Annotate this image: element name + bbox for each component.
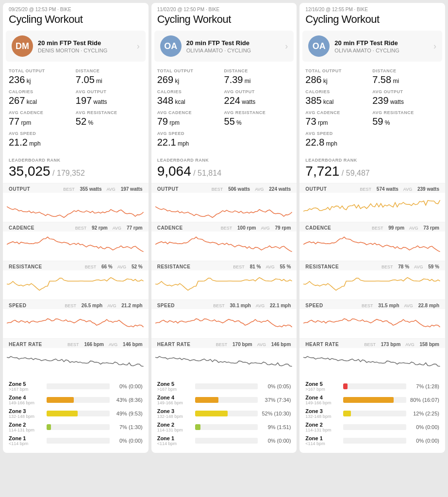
- zone-name: Zone 5: [157, 381, 191, 387]
- zone-row: Zone 3132-148 bpm52% (10:30): [157, 408, 291, 419]
- stat-label: AVG OUTPUT: [76, 89, 143, 94]
- stat-label: AVG SPEED: [157, 131, 291, 136]
- zone-section: Zone 5>167 bpm0% (0:00)Zone 4149-166 bpm…: [3, 377, 149, 453]
- stat-value: 197 watts: [76, 95, 143, 106]
- stat-cell: DISTANCE7.58 mi: [372, 68, 439, 85]
- zone-info: Zone 1<114 bpm: [9, 435, 43, 446]
- stat-label: AVG OUTPUT: [224, 89, 291, 94]
- leaderboard-label: LEADERBOARD RANK: [305, 158, 439, 163]
- ride-name: 20 min FTP Test Ride: [334, 39, 433, 47]
- chevron-right-icon: ›: [137, 41, 140, 51]
- zone-range: <114 bpm: [305, 441, 339, 446]
- zone-name: Zone 2: [9, 422, 43, 428]
- main-page: 09/25/20 @ 12:53 PM · BIKECycling Workou…: [0, 0, 448, 456]
- zone-bar-container: [47, 383, 110, 389]
- instructor-row[interactable]: OA20 min FTP Test RideOLIVIA AMATO · CYC…: [302, 31, 442, 62]
- chart-header: OUTPUTBEST 574 watts AVG 239 watts: [299, 183, 445, 193]
- stat-value: 59 %: [372, 116, 439, 127]
- stat-value: 77 rpm: [9, 116, 76, 127]
- instructor-row[interactable]: DM20 min FTP Test RideDENIS MORTON · CYC…: [6, 31, 146, 62]
- chart-header: SPEEDBEST 30.1 mph AVG 22.1 mph: [151, 300, 297, 309]
- stat-label: AVG CADENCE: [157, 110, 224, 115]
- stat-cell: AVG OUTPUT224 watts: [224, 89, 291, 106]
- chart-section-resistance: RESISTANCEBEST 78 % AVG 59 %: [299, 261, 445, 299]
- stat-label: AVG OUTPUT: [372, 89, 439, 94]
- zone-percent: 0% (0:00): [114, 383, 143, 389]
- zone-name: Zone 4: [305, 395, 339, 400]
- zone-bar: [195, 397, 218, 403]
- chart-title: RESISTANCE: [305, 264, 339, 269]
- stat-cell: CALORIES267 kcal: [9, 89, 76, 106]
- zone-percent: 9% (1:51): [262, 424, 291, 430]
- chart-header: OUTPUTBEST 355 watts AVG 197 watts: [3, 183, 149, 193]
- chart-title: CADENCE: [305, 225, 331, 231]
- zone-name: Zone 2: [157, 422, 191, 428]
- zone-info: Zone 4149-166 bpm: [157, 395, 191, 405]
- stat-label: TOTAL OUTPUT: [157, 68, 224, 73]
- instructor-name: OLIVIA AMATO · CYCLING: [334, 48, 433, 53]
- zone-percent: 37% (7:34): [262, 397, 291, 403]
- stat-label: DISTANCE: [224, 68, 291, 73]
- chart-title: RESISTANCE: [157, 264, 191, 269]
- chart-stats: BEST 66 % AVG 52 %: [81, 264, 143, 269]
- zone-info: Zone 5>167 bpm: [305, 381, 339, 392]
- workout-title: Cycling Workout: [157, 13, 291, 26]
- zone-bar-container: [343, 438, 406, 444]
- zone-info: Zone 3132-148 bpm: [305, 408, 339, 419]
- stat-cell: TOTAL OUTPUT286 kj: [305, 68, 372, 85]
- chart-area: [3, 309, 149, 338]
- stat-value: 79 rpm: [157, 116, 224, 127]
- chart-section-output: OUTPUTBEST 506 watts AVG 224 watts: [151, 183, 297, 222]
- zone-bar-container: [47, 397, 110, 403]
- chevron-right-icon: ›: [433, 41, 436, 51]
- zone-section: Zone 5>167 bpm7% (1:28)Zone 4149-166 bpm…: [299, 377, 445, 453]
- stat-row: AVG SPEED22.1 mph: [157, 131, 291, 148]
- leaderboard-label: LEADERBOARD RANK: [157, 158, 291, 163]
- stat-label: AVG RESISTANCE: [372, 110, 439, 115]
- stat-cell: TOTAL OUTPUT269 kj: [157, 68, 224, 85]
- zone-bar-container: [195, 424, 258, 430]
- zone-bar-container: [343, 424, 406, 430]
- zone-percent: 12% (2:25): [410, 411, 439, 416]
- avatar: OA: [160, 35, 182, 57]
- zone-info: Zone 4149-166 bpm: [305, 395, 339, 405]
- zone-range: >167 bpm: [305, 387, 339, 392]
- chart-stats: BEST 78 % AVG 59 %: [378, 264, 439, 269]
- stat-cell: AVG CADENCE79 rpm: [157, 110, 224, 127]
- stat-row: AVG CADENCE79 rpmAVG RESISTANCE55 %: [157, 110, 291, 127]
- stat-cell: CALORIES348 kcal: [157, 89, 224, 106]
- zone-bar-container: [343, 411, 406, 416]
- leaderboard-rank: 35,025 / 179,352: [9, 164, 143, 179]
- stat-value: 22.1 mph: [157, 137, 291, 148]
- leaderboard-rank: 9,064 / 51,814: [157, 164, 291, 179]
- zone-bar-container: [47, 411, 110, 416]
- chart-stats: BEST 173 bpm AVG 158 bpm: [360, 342, 439, 347]
- stat-value: 7.05 mi: [76, 74, 143, 85]
- chart-area: [3, 270, 149, 299]
- zone-range: 132-148 bpm: [157, 414, 191, 419]
- zone-bar-container: [195, 397, 258, 403]
- zone-range: 114-131 bpm: [305, 428, 339, 432]
- workout-card-2: 11/02/20 @ 12:50 PM · BIKECycling Workou…: [151, 3, 297, 453]
- zone-bar-container: [343, 397, 406, 403]
- zone-range: 114-131 bpm: [9, 428, 43, 432]
- stat-cell: TOTAL OUTPUT236 kj: [9, 68, 76, 85]
- chart-section-resistance: RESISTANCEBEST 81 % AVG 55 %: [151, 261, 297, 299]
- stat-value: 348 kcal: [157, 95, 224, 106]
- chart-header: CADENCEBEST 99 rpm AVG 73 rpm: [299, 222, 445, 232]
- zone-percent: 7% (1:28): [410, 383, 439, 389]
- zone-row: Zone 4149-166 bpm37% (7:34): [157, 395, 291, 405]
- chart-area: [3, 232, 149, 261]
- chart-stats: BEST 99 rpm AVG 73 rpm: [368, 225, 439, 231]
- stat-value: 385 kcal: [305, 95, 372, 106]
- zone-row: Zone 4149-166 bpm80% (16:07): [305, 395, 439, 405]
- stat-value: 21.2 mph: [9, 137, 143, 148]
- stat-cell: AVG RESISTANCE52 %: [76, 110, 143, 127]
- chart-header: CADENCEBEST 100 rpm AVG 79 rpm: [151, 222, 297, 232]
- zone-bar-container: [47, 438, 110, 444]
- chart-header: RESISTANCEBEST 66 % AVG 52 %: [3, 261, 149, 270]
- zone-percent: 0% (0:00): [114, 438, 143, 444]
- stat-value: 286 kj: [305, 74, 372, 85]
- instructor-row[interactable]: OA20 min FTP Test RideOLIVIA AMATO · CYC…: [154, 31, 294, 62]
- chart-section-output: OUTPUTBEST 574 watts AVG 239 watts: [299, 183, 445, 222]
